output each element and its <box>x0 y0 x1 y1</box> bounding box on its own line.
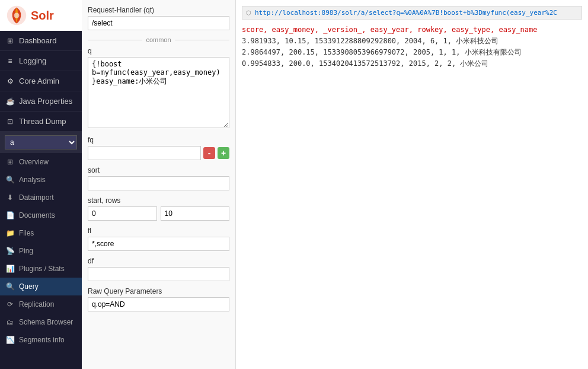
plugins-icon: 📊 <box>6 265 14 273</box>
url-icon: ⬡ <box>246 9 251 16</box>
sort-group: sort <box>88 166 229 190</box>
core-nav-label: Files <box>19 229 34 237</box>
solr-logo-icon <box>6 5 27 26</box>
core-nav-ping[interactable]: 📡 Ping <box>0 242 82 260</box>
sidebar-item-label: Thread Dump <box>19 117 66 126</box>
fq-label: fq <box>88 136 229 144</box>
fq-input[interactable] <box>88 146 201 160</box>
request-handler-group: Request-Handler (qt) <box>88 6 229 30</box>
fq-plus-button[interactable]: + <box>218 147 229 159</box>
q-input[interactable]: {!boost b=myfunc(easy_year,easy_money) }… <box>88 57 229 128</box>
df-input[interactable] <box>88 267 229 281</box>
results-row-0: 3.981933, 10.15, 1533912288809292800, 20… <box>242 36 582 46</box>
results-panel: ⬡ http://localhost:8983/solr/a/select?q=… <box>236 0 588 369</box>
files-icon: 📁 <box>6 229 14 237</box>
content-area: Request-Handler (qt) common q {!boost b=… <box>82 0 588 369</box>
core-nav-label: Analysis <box>19 176 46 184</box>
core-select[interactable]: a <box>5 135 77 149</box>
sidebar-item-logging[interactable]: ≡ Logging <box>0 51 82 71</box>
fq-row: - + <box>88 146 229 160</box>
ping-icon: 📡 <box>6 247 14 255</box>
q-group: q {!boost b=myfunc(easy_year,easy_money)… <box>88 47 229 130</box>
core-nav-label: Schema Browser <box>19 318 73 326</box>
raw-query-label: Raw Query Parameters <box>88 287 229 295</box>
request-handler-label: Request-Handler (qt) <box>88 6 229 14</box>
sidebar-item-label: Dashboard <box>19 36 57 45</box>
sidebar-item-dashboard[interactable]: ⊞ Dashboard <box>0 31 82 51</box>
fq-minus-button[interactable]: - <box>203 147 215 159</box>
df-group: df <box>88 257 229 281</box>
core-nav-label: Overview <box>19 158 49 166</box>
core-nav-analysis[interactable]: 🔍 Analysis <box>0 171 82 189</box>
q-label: q <box>88 47 229 55</box>
core-nav-label: Plugins / Stats <box>19 265 65 273</box>
query-icon: 🔍 <box>6 282 14 291</box>
core-nav-label: Ping <box>19 247 33 255</box>
start-rows-inputs <box>88 206 229 221</box>
core-selector-container: a <box>0 132 82 153</box>
start-rows-group: start, rows <box>88 196 229 221</box>
fl-label: fl <box>88 227 229 235</box>
request-handler-input[interactable] <box>88 16 229 30</box>
sidebar-item-java-properties[interactable]: ☕ Java Properties <box>0 91 82 112</box>
core-nav-overview[interactable]: ⊞ Overview <box>0 153 82 171</box>
replication-icon: ⟳ <box>6 300 14 308</box>
rows-input[interactable] <box>161 206 230 221</box>
results-header-row: score, easy_money, _version_, easy_year,… <box>242 26 582 34</box>
core-nav-dataimport[interactable]: ⬇ Dataimport <box>0 189 82 206</box>
results-url-bar: ⬡ http://localhost:8983/solr/a/select?q=… <box>242 6 582 20</box>
sidebar: Solr ⊞ Dashboard ≡ Logging ⚙ Core Admin … <box>0 0 82 369</box>
dataimport-icon: ⬇ <box>6 193 14 202</box>
svg-point-1 <box>14 13 20 18</box>
raw-query-group: Raw Query Parameters <box>88 287 229 311</box>
sidebar-item-label: Java Properties <box>19 97 72 106</box>
core-nav-label: Query <box>19 282 39 291</box>
core-nav-schema-browser[interactable]: 🗂 Schema Browser <box>0 313 82 331</box>
start-rows-label: start, rows <box>88 196 229 205</box>
core-nav-query[interactable]: 🔍 Query <box>0 278 82 295</box>
overview-icon: ⊞ <box>6 158 14 166</box>
fl-group: fl <box>88 227 229 251</box>
logging-icon: ≡ <box>6 57 14 65</box>
query-form: Request-Handler (qt) common q {!boost b=… <box>82 0 236 369</box>
logo: Solr <box>0 0 82 31</box>
core-admin-icon: ⚙ <box>6 77 14 85</box>
raw-query-input[interactable] <box>88 297 229 311</box>
df-label: df <box>88 257 229 265</box>
core-nav-label: Segments info <box>19 336 65 344</box>
core-nav-label: Replication <box>19 300 54 308</box>
results-url-text: http://localhost:8983/solr/a/select?q=%0… <box>255 9 557 17</box>
core-nav-plugins[interactable]: 📊 Plugins / Stats <box>0 260 82 278</box>
core-nav-replication[interactable]: ⟳ Replication <box>0 295 82 313</box>
results-row-2: 0.9954833, 200.0, 1534020413572513792, 2… <box>242 59 582 69</box>
sort-label: sort <box>88 166 229 174</box>
sidebar-item-thread-dump[interactable]: ⊡ Thread Dump <box>0 112 82 132</box>
dashboard-icon: ⊞ <box>6 37 14 45</box>
core-nav-files[interactable]: 📁 Files <box>0 224 82 242</box>
sidebar-item-label: Logging <box>19 56 46 65</box>
fl-input[interactable] <box>88 237 229 251</box>
logo-text: Solr <box>31 9 54 23</box>
thread-dump-icon: ⊡ <box>6 117 14 126</box>
documents-icon: 📄 <box>6 211 14 220</box>
analysis-icon: 🔍 <box>6 176 14 184</box>
results-row-1: 2.9864497, 200.15, 1533908053966979072, … <box>242 47 582 58</box>
fq-group: fq - + <box>88 136 229 160</box>
sidebar-item-core-admin[interactable]: ⚙ Core Admin <box>0 71 82 91</box>
core-nav-segments-info[interactable]: 📉 Segments info <box>0 331 82 349</box>
sidebar-item-label: Core Admin <box>19 77 59 85</box>
core-nav-label: Dataimport <box>19 193 54 202</box>
start-input[interactable] <box>88 206 157 221</box>
main-content: Request-Handler (qt) common q {!boost b=… <box>82 0 588 369</box>
segments-icon: 📉 <box>6 336 14 344</box>
java-icon: ☕ <box>6 97 14 106</box>
sort-input[interactable] <box>88 176 229 190</box>
common-divider: common <box>88 36 229 43</box>
core-nav-label: Documents <box>19 211 55 220</box>
core-nav-documents[interactable]: 📄 Documents <box>0 206 82 224</box>
schema-icon: 🗂 <box>6 318 14 326</box>
